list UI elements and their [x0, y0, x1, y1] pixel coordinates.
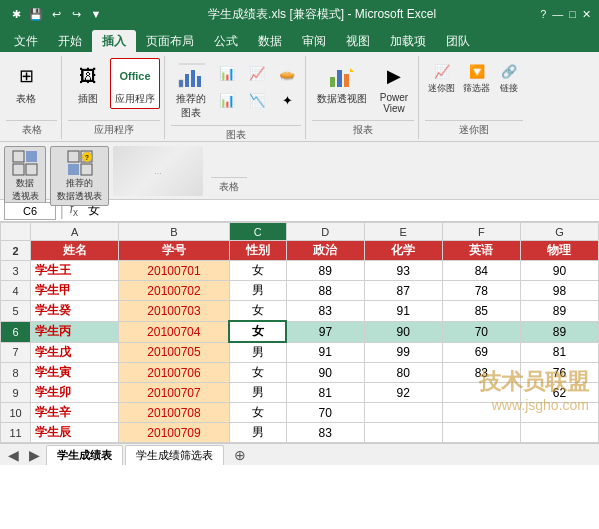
cell-a7[interactable]: 学生戊: [31, 342, 119, 363]
sheet-tab-next-btn[interactable]: ▶: [25, 447, 44, 463]
line-chart-button[interactable]: 📈: [243, 60, 271, 86]
cell-g7[interactable]: 81: [520, 342, 598, 363]
cell-a9[interactable]: 学生卯: [31, 383, 119, 403]
cell-e7[interactable]: 99: [364, 342, 442, 363]
cell-e4[interactable]: 87: [364, 281, 442, 301]
cell-g8[interactable]: 76: [520, 363, 598, 383]
tab-page-layout[interactable]: 页面布局: [136, 30, 204, 52]
cell-b11[interactable]: 20100709: [119, 423, 230, 443]
cell-d6[interactable]: 97: [286, 321, 364, 342]
cell-a6[interactable]: 学生丙: [31, 321, 119, 342]
save-icon[interactable]: 💾: [28, 6, 44, 22]
cell-f4[interactable]: 78: [442, 281, 520, 301]
cell-b3[interactable]: 20100701: [119, 261, 230, 281]
cell-g3[interactable]: 90: [520, 261, 598, 281]
tab-review[interactable]: 审阅: [292, 30, 336, 52]
cell-g5[interactable]: 89: [520, 301, 598, 322]
cell-g4[interactable]: 98: [520, 281, 598, 301]
link-button[interactable]: 🔗 链接: [495, 58, 523, 97]
col-header-g[interactable]: G: [520, 223, 598, 241]
redo-icon[interactable]: ↪: [68, 6, 84, 22]
illustration-button[interactable]: 🖼 插图: [68, 58, 108, 109]
cell-b4[interactable]: 20100702: [119, 281, 230, 301]
cell-b10[interactable]: 20100708: [119, 403, 230, 423]
cell-e11[interactable]: [364, 423, 442, 443]
bar-chart-button[interactable]: 📊: [213, 60, 241, 86]
name-box[interactable]: [4, 202, 56, 220]
power-view-button[interactable]: ▶ PowerView: [374, 58, 414, 117]
cell-d9[interactable]: 81: [286, 383, 364, 403]
sheet-tab-2[interactable]: 学生成绩筛选表: [125, 445, 224, 465]
customize-qat-icon[interactable]: ▼: [88, 6, 104, 22]
minimize-button[interactable]: —: [552, 8, 563, 20]
cell-f8[interactable]: 83: [442, 363, 520, 383]
cell-c11[interactable]: 男: [229, 423, 286, 443]
sparkline-button[interactable]: 📈 迷你图: [425, 58, 458, 97]
tab-home[interactable]: 开始: [48, 30, 92, 52]
tab-data[interactable]: 数据: [248, 30, 292, 52]
tab-view[interactable]: 视图: [336, 30, 380, 52]
col-header-a[interactable]: A: [31, 223, 119, 241]
cell-e9[interactable]: 92: [364, 383, 442, 403]
cell-d5[interactable]: 83: [286, 301, 364, 322]
cell-d11[interactable]: 83: [286, 423, 364, 443]
cell-c10[interactable]: 女: [229, 403, 286, 423]
filter-button[interactable]: 🔽 筛选器: [460, 58, 493, 97]
cell-d10[interactable]: 70: [286, 403, 364, 423]
cell-g11[interactable]: [520, 423, 598, 443]
cell-c3[interactable]: 女: [229, 261, 286, 281]
cell-f5[interactable]: 85: [442, 301, 520, 322]
cell-g9[interactable]: 62: [520, 383, 598, 403]
cell-a8[interactable]: 学生寅: [31, 363, 119, 383]
formula-input[interactable]: [84, 202, 595, 220]
area-chart-button[interactable]: 📉: [243, 87, 271, 113]
cell-e5[interactable]: 91: [364, 301, 442, 322]
cell-b5[interactable]: 20100703: [119, 301, 230, 322]
cell-f6[interactable]: 70: [442, 321, 520, 342]
cell-a5[interactable]: 学生癸: [31, 301, 119, 322]
scatter-chart-button[interactable]: ✦: [273, 87, 301, 113]
cell-f7[interactable]: 69: [442, 342, 520, 363]
cell-d8[interactable]: 90: [286, 363, 364, 383]
col-header-f[interactable]: F: [442, 223, 520, 241]
close-button[interactable]: ✕: [582, 8, 591, 21]
recommended-pivot-button[interactable]: ? 推荐的数据透视表: [50, 146, 109, 206]
sheet-tab-1[interactable]: 学生成绩表: [46, 445, 123, 465]
cell-a3[interactable]: 学生王: [31, 261, 119, 281]
cell-a10[interactable]: 学生辛: [31, 403, 119, 423]
col-header-c[interactable]: C: [229, 223, 286, 241]
cell-b9[interactable]: 20100707: [119, 383, 230, 403]
maximize-button[interactable]: □: [569, 8, 576, 20]
cell-e6[interactable]: 90: [364, 321, 442, 342]
cell-c4[interactable]: 男: [229, 281, 286, 301]
col-header-b[interactable]: B: [119, 223, 230, 241]
horizontal-bar-button[interactable]: 📊: [213, 87, 241, 113]
cell-b6[interactable]: 20100704: [119, 321, 230, 342]
cell-b8[interactable]: 20100706: [119, 363, 230, 383]
cell-g10[interactable]: [520, 403, 598, 423]
office-app-button[interactable]: Office 应用程序: [110, 58, 160, 109]
cell-e10[interactable]: [364, 403, 442, 423]
cell-d7[interactable]: 91: [286, 342, 364, 363]
undo-icon[interactable]: ↩: [48, 6, 64, 22]
sheet-tab-add-btn[interactable]: ⊕: [230, 447, 250, 463]
cell-f9[interactable]: [442, 383, 520, 403]
cell-c6[interactable]: 女: [229, 321, 286, 342]
tab-team[interactable]: 团队: [436, 30, 480, 52]
cell-e8[interactable]: 80: [364, 363, 442, 383]
cell-a11[interactable]: 学生辰: [31, 423, 119, 443]
cell-f11[interactable]: [442, 423, 520, 443]
table-button[interactable]: ⊞ 表格: [6, 58, 46, 109]
cell-g6[interactable]: 89: [520, 321, 598, 342]
col-header-e[interactable]: E: [364, 223, 442, 241]
cell-c5[interactable]: 女: [229, 301, 286, 322]
pivot-chart-button[interactable]: 数据透视图: [312, 58, 372, 109]
pie-chart-button[interactable]: 🥧: [273, 60, 301, 86]
tab-file[interactable]: 文件: [4, 30, 48, 52]
sheet-tab-prev-btn[interactable]: ◀: [4, 447, 23, 463]
cell-b7[interactable]: 20100705: [119, 342, 230, 363]
cell-c9[interactable]: 男: [229, 383, 286, 403]
tab-addins[interactable]: 加载项: [380, 30, 436, 52]
cell-c8[interactable]: 女: [229, 363, 286, 383]
cell-d3[interactable]: 89: [286, 261, 364, 281]
